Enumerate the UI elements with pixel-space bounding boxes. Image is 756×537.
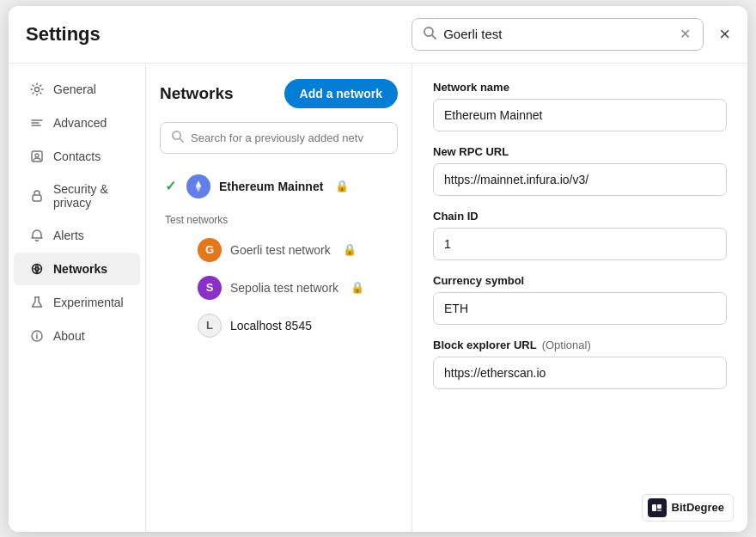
panel-title: Networks — [160, 84, 234, 103]
rpc-url-label: New RPC URL — [433, 145, 727, 158]
sidebar-label-alerts: Alerts — [53, 229, 84, 242]
sidebar-item-general[interactable]: General — [14, 73, 140, 106]
svg-rect-20 — [652, 504, 656, 511]
sidebar-item-networks[interactable]: Networks — [14, 253, 140, 285]
sidebar-label-networks: Networks — [53, 262, 107, 276]
goerli-lock-icon: 🔒 — [343, 243, 357, 256]
svg-point-14 — [36, 333, 38, 334]
sepolia-lock-icon: 🔒 — [351, 281, 364, 294]
ethereum-mainnet-name: Ethereum Mainnet — [219, 180, 323, 193]
global-search-input[interactable] — [443, 27, 671, 41]
network-item-goerli[interactable]: G Goerli test network 🔒 — [160, 231, 398, 269]
currency-symbol-group: Currency symbol — [433, 274, 727, 325]
chain-id-label: Chain ID — [433, 210, 727, 223]
svg-line-1 — [432, 35, 436, 39]
network-search-icon — [171, 130, 184, 146]
sidebar-item-contacts[interactable]: Contacts — [14, 140, 140, 173]
sidebar-item-security[interactable]: Security & privacy — [14, 174, 140, 218]
details-panel: Network name New RPC URL Chain ID Curren… — [412, 64, 747, 532]
sidebar-item-experimental[interactable]: Experimental — [14, 286, 140, 319]
panel-header: Networks Add a network — [160, 79, 398, 108]
bitdegree-badge: BitDegree — [642, 494, 734, 522]
goerli-name: Goerli test network — [230, 243, 331, 257]
info-icon — [29, 328, 45, 344]
ethereum-lock-icon: 🔒 — [335, 180, 349, 192]
chain-id-input[interactable] — [433, 228, 727, 260]
sepolia-name: Sepolia test network — [230, 281, 338, 295]
goerli-avatar: G — [198, 238, 222, 262]
chain-id-group: Chain ID — [433, 210, 727, 260]
gear-icon — [29, 82, 45, 97]
network-search-input[interactable] — [191, 131, 387, 144]
lock-icon — [29, 188, 45, 204]
active-check-icon: ✓ — [165, 178, 176, 194]
block-explorer-label: Block explorer URL (Optional) — [433, 339, 727, 351]
localhost-name: Localhost 8545 — [230, 319, 312, 333]
network-name-group: Network name — [433, 81, 727, 131]
settings-title: Settings — [26, 23, 101, 46]
svg-rect-21 — [657, 504, 662, 509]
rpc-url-group: New RPC URL — [433, 145, 727, 196]
flask-icon — [29, 295, 45, 310]
sidebar-item-alerts[interactable]: Alerts — [14, 219, 140, 252]
contacts-icon — [29, 149, 45, 164]
network-name-label: Network name — [433, 81, 727, 94]
main-content: Networks Add a network — [146, 64, 747, 532]
test-networks-label: Test networks — [165, 214, 393, 226]
currency-symbol-input[interactable] — [433, 292, 727, 325]
sidebar-label-contacts: Contacts — [53, 150, 101, 163]
bitdegree-logo — [648, 498, 667, 517]
sidebar: General Advanced — [9, 64, 146, 532]
svg-line-16 — [180, 138, 183, 142]
lines-icon — [29, 115, 45, 131]
sidebar-label-experimental: Experimental — [53, 296, 124, 309]
sidebar-label-general: General — [53, 82, 96, 96]
sepolia-avatar: S — [198, 276, 222, 300]
svg-point-2 — [35, 87, 40, 91]
rpc-url-input[interactable] — [433, 163, 727, 196]
svg-point-7 — [35, 154, 39, 157]
block-explorer-group: Block explorer URL (Optional) — [433, 339, 727, 389]
ethereum-avatar — [186, 174, 210, 198]
network-search-bar — [160, 122, 398, 154]
sidebar-label-about: About — [53, 329, 85, 343]
svg-rect-22 — [657, 510, 662, 511]
global-search-bar: ✕ — [412, 18, 704, 51]
sidebar-label-security: Security & privacy — [53, 182, 125, 210]
network-item-sepolia[interactable]: S Sepolia test network 🔒 — [160, 269, 398, 307]
svg-marker-17 — [196, 180, 202, 187]
network-name-input[interactable] — [433, 99, 727, 131]
network-item-localhost[interactable]: L Localhost 8545 — [160, 307, 398, 345]
network-icon — [29, 261, 45, 277]
sidebar-item-about[interactable]: About — [14, 320, 140, 352]
sidebar-item-advanced[interactable]: Advanced — [14, 107, 140, 139]
sidebar-label-advanced: Advanced — [53, 116, 107, 130]
block-explorer-input[interactable] — [433, 357, 727, 389]
close-button[interactable]: × — [719, 23, 730, 46]
network-item-ethereum[interactable]: ✓ Ethereum Mainnet 🔒 — [160, 168, 398, 205]
add-network-button[interactable]: Add a network — [284, 79, 398, 108]
currency-symbol-label: Currency symbol — [433, 274, 727, 287]
networks-panel: Networks Add a network — [146, 64, 412, 532]
bitdegree-label: BitDegree — [672, 501, 724, 514]
clear-search-button[interactable]: ✕ — [678, 26, 692, 42]
localhost-avatar: L — [198, 314, 222, 338]
search-icon — [423, 26, 436, 43]
bell-icon — [29, 228, 45, 243]
svg-rect-8 — [33, 195, 41, 201]
